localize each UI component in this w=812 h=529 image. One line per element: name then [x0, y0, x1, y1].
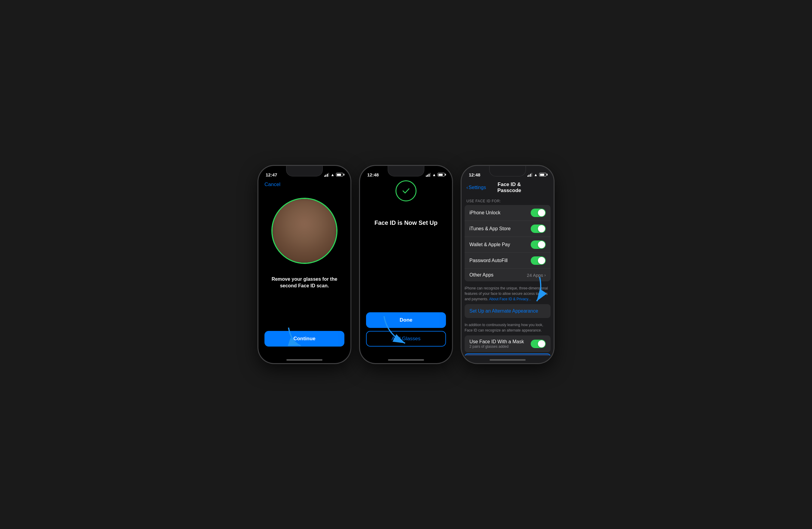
phone1-status-bar: 12:47 ▲ — [259, 166, 350, 180]
wallet-row[interactable]: Wallet & Apple Pay — [465, 237, 551, 253]
signal-icon — [527, 173, 533, 177]
use-mask-label: Use Face ID With a Mask — [469, 339, 524, 344]
home-indicator — [286, 359, 322, 361]
wifi-icon: ▲ — [534, 173, 538, 177]
itunes-row[interactable]: iTunes & App Store — [465, 221, 551, 237]
settings-nav: ‹ Settings Face ID & Passcode — [462, 180, 553, 197]
battery-icon — [539, 173, 546, 176]
other-apps-value: 24 Apps › — [527, 273, 546, 278]
section-header: USE FACE ID FOR: — [462, 197, 553, 205]
back-button[interactable]: ‹ Settings — [466, 185, 486, 190]
itunes-toggle[interactable] — [531, 225, 546, 233]
other-apps-label: Other Apps — [469, 272, 493, 278]
use-mask-row[interactable]: Use Face ID With a Mask 2 pairs of glass… — [465, 335, 551, 352]
mask-sub-label: 2 pairs of glasses added — [469, 344, 524, 349]
signal-icon — [426, 173, 431, 177]
phone2: 12:48 ▲ Face ID is Now Se — [359, 165, 453, 364]
phone2-time: 12:48 — [367, 172, 379, 177]
settings-page-title: Face ID & Passcode — [488, 182, 549, 194]
phone3-status-icons: ▲ — [527, 173, 546, 177]
password-label: Password AutoFill — [469, 258, 508, 263]
face-id-description: iPhone can recognize the unique, three-d… — [462, 284, 553, 304]
phone3-screen: 12:48 ▲ ‹ Settings Face ID & Passc — [462, 166, 553, 363]
add-glasses-highlighted-button[interactable]: Add Glasses — [465, 354, 551, 356]
chevron-right-icon: › — [544, 273, 546, 277]
password-toggle[interactable] — [531, 256, 546, 265]
phone1-screen: 12:47 ▲ Cancel — [259, 166, 350, 363]
settings-content: USE FACE ID FOR: iPhone Unlock iTunes & … — [462, 197, 553, 356]
iphone-unlock-label: iPhone Unlock — [469, 210, 501, 215]
wallet-label: Wallet & Apple Pay — [469, 242, 510, 247]
phone3-time: 12:48 — [469, 172, 480, 177]
face-id-instruction: Remove your glasses for the second Face … — [264, 276, 344, 289]
phone3-status-bar: 12:48 ▲ — [462, 166, 553, 180]
chevron-left-icon: ‹ — [466, 185, 468, 190]
phone3: 12:48 ▲ ‹ Settings Face ID & Passc — [461, 165, 554, 364]
back-label: Settings — [468, 185, 486, 190]
signal-icon — [324, 173, 329, 177]
face-image — [271, 198, 337, 264]
success-title: Face ID is Now Set Up — [375, 219, 437, 226]
wallet-toggle[interactable] — [531, 241, 546, 249]
phone2-status-bar: 12:48 ▲ — [360, 166, 452, 180]
continue-button[interactable]: Continue — [264, 331, 344, 346]
phone2-status-icons: ▲ — [426, 173, 445, 177]
iphone-unlock-row[interactable]: iPhone Unlock — [465, 205, 551, 221]
add-glasses-button[interactable]: Add Glasses — [366, 331, 446, 346]
home-indicator — [388, 359, 424, 361]
battery-icon — [437, 173, 445, 176]
phone1-content: Cancel Remove your glasses for the secon… — [259, 180, 350, 356]
about-face-id-link[interactable]: About Face ID & Privacy... — [489, 297, 531, 301]
alt-description: In addition to continuously learning how… — [462, 320, 553, 335]
iphone-unlock-toggle[interactable] — [531, 209, 546, 217]
wifi-icon: ▲ — [432, 173, 436, 177]
password-row[interactable]: Password AutoFill — [465, 253, 551, 269]
home-indicator — [490, 359, 526, 361]
phone1: 12:47 ▲ Cancel — [258, 165, 351, 364]
setup-alternate-button[interactable]: Set Up an Alternate Appearance — [465, 304, 551, 318]
phone2-buttons: Done Add Glasses — [366, 312, 446, 346]
use-mask-toggle[interactable] — [531, 340, 546, 348]
phone2-content: Face ID is Now Set Up Done Add Glasses — [360, 180, 452, 356]
battery-icon — [336, 173, 343, 176]
phone1-status-icons: ▲ — [324, 173, 343, 177]
cancel-button[interactable]: Cancel — [264, 180, 280, 189]
scene: 12:47 ▲ Cancel — [258, 165, 554, 364]
wifi-icon: ▲ — [331, 173, 334, 177]
other-apps-row[interactable]: Other Apps 24 Apps › — [465, 269, 551, 281]
face-scan-circle — [271, 198, 337, 264]
use-mask-info: Use Face ID With a Mask 2 pairs of glass… — [469, 339, 524, 349]
phone1-time: 12:47 — [266, 172, 277, 177]
mask-section: Use Face ID With a Mask 2 pairs of glass… — [465, 335, 551, 352]
face-id-for-block: iPhone Unlock iTunes & App Store Wallet … — [465, 205, 551, 281]
success-checkmark — [395, 180, 417, 201]
check-icon — [401, 185, 411, 196]
face-circle — [271, 198, 337, 264]
phone2-screen: 12:48 ▲ Face ID is Now Se — [360, 166, 452, 363]
itunes-label: iTunes & App Store — [469, 226, 511, 231]
done-button[interactable]: Done — [366, 312, 446, 328]
